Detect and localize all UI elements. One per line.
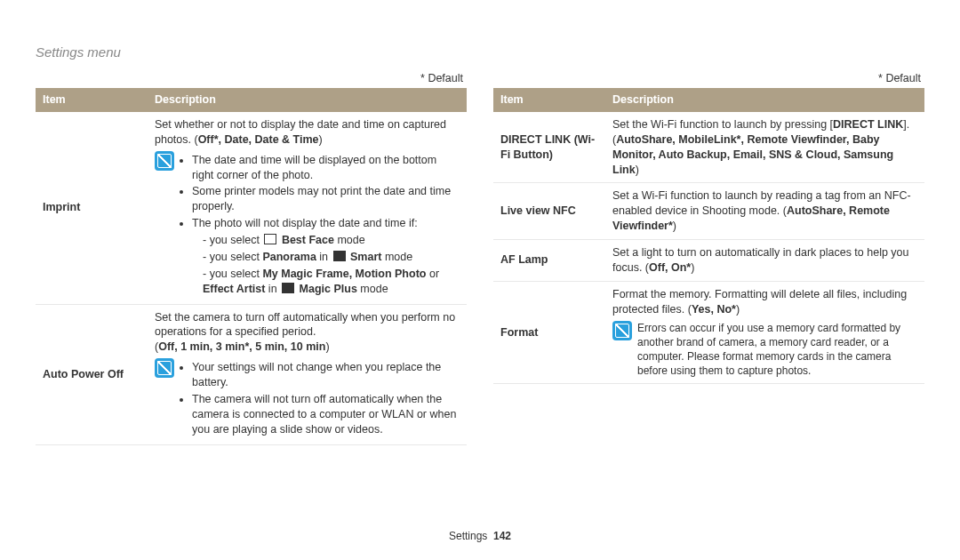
default-footnote-left: * Default <box>36 72 463 84</box>
row-imprint: Imprint Set whether or not to display th… <box>36 112 467 304</box>
two-column-layout: * Default Item Description Imprint Set w… <box>0 68 960 445</box>
item-auto-power-off: Auto Power Off <box>36 304 148 444</box>
row-af-lamp: AF Lamp Set a light to turn on automatic… <box>493 240 924 282</box>
magic-plus-icon <box>282 283 294 293</box>
item-imprint: Imprint <box>36 112 148 304</box>
page-footer: Settings 142 <box>0 530 960 542</box>
desc-af-lamp: Set a light to turn on automatically in … <box>605 240 924 282</box>
item-format: Format <box>493 281 605 384</box>
row-format: Format Format the memory. Formatting wil… <box>493 281 924 384</box>
row-direct-link: DIRECT LINK (Wi-Fi Button) Set the Wi-Fi… <box>493 112 924 183</box>
desc-format: Format the memory. Formatting will delet… <box>605 281 924 384</box>
imprint-note-list: The date and time will be displayed on t… <box>180 151 460 299</box>
best-face-icon <box>264 234 276 244</box>
right-column: * Default Item Description DIRECT LINK (… <box>493 68 924 445</box>
desc-imprint: Set whether or not to display the date a… <box>148 112 467 304</box>
left-table: Item Description Imprint Set whether or … <box>36 88 467 445</box>
item-live-view-nfc: Live view NFC <box>493 183 605 240</box>
item-direct-link: DIRECT LINK (Wi-Fi Button) <box>493 112 605 183</box>
note-icon <box>155 358 174 378</box>
row-live-view-nfc: Live view NFC Set a Wi-Fi function to la… <box>493 183 924 240</box>
page-title: Settings menu <box>0 0 960 68</box>
th-desc-right: Description <box>605 88 924 112</box>
apo-note-list: Your settings will not change when you r… <box>180 358 460 438</box>
row-auto-power-off: Auto Power Off Set the camera to turn of… <box>36 304 467 444</box>
desc-live-view-nfc: Set a Wi-Fi function to launch by readin… <box>605 183 924 240</box>
format-note-text: Errors can occur if you use a memory car… <box>637 321 917 379</box>
item-af-lamp: AF Lamp <box>493 240 605 282</box>
smart-mode-icon <box>333 251 346 261</box>
right-table: Item Description DIRECT LINK (Wi-Fi Butt… <box>493 88 924 384</box>
left-column: * Default Item Description Imprint Set w… <box>36 68 467 445</box>
desc-auto-power-off: Set the camera to turn off automatically… <box>148 304 467 444</box>
note-icon <box>155 151 174 171</box>
note-icon <box>612 321 632 340</box>
desc-direct-link: Set the Wi-Fi function to launch by pres… <box>605 112 924 183</box>
th-item-right: Item <box>493 88 605 112</box>
default-footnote-right: * Default <box>493 72 921 84</box>
th-desc-left: Description <box>148 88 467 112</box>
th-item-left: Item <box>36 88 148 112</box>
